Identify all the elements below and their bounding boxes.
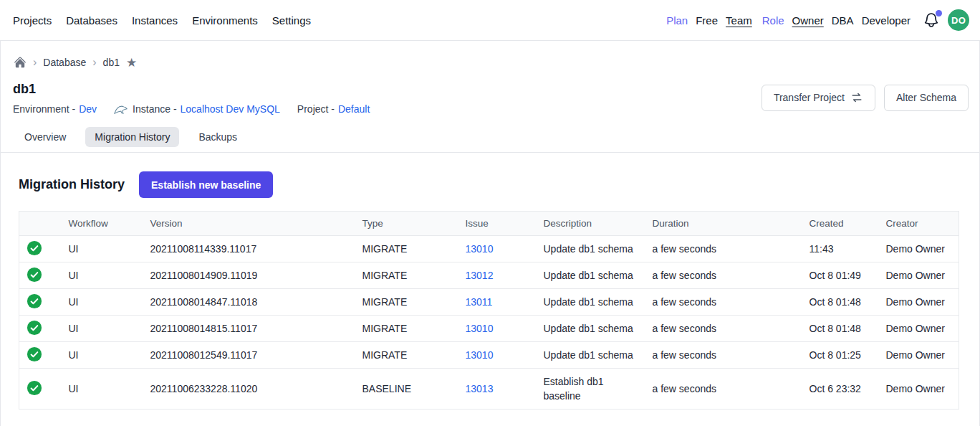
project-label: Project -	[297, 103, 335, 115]
chevron-right-icon: ›	[33, 57, 37, 68]
transfer-arrows-icon	[850, 92, 863, 103]
cell-workflow: UI	[63, 342, 145, 369]
cell-description: Update db1 schema	[538, 342, 647, 369]
notifications-button[interactable]	[923, 11, 940, 29]
environment-link[interactable]: Dev	[79, 103, 97, 115]
table-row[interactable]: UI 20211008114339.11017 MIGRATE 13010 Up…	[19, 236, 959, 262]
plan-team-option[interactable]: Team	[726, 14, 752, 27]
cell-workflow: UI	[63, 236, 145, 262]
top-nav-right: Plan Free Team Role Owner DBA Developer …	[666, 9, 969, 31]
cell-type: BASELINE	[357, 369, 460, 410]
issue-link[interactable]: 13010	[466, 349, 494, 361]
instance-group: Instance - Localhost Dev MySQL	[114, 103, 280, 115]
avatar[interactable]: DO	[948, 9, 969, 31]
cell-created: Oct 6 23:32	[804, 369, 880, 410]
table-row[interactable]: UI 20211008012549.11017 MIGRATE 13010 Up…	[19, 342, 959, 369]
establish-baseline-button[interactable]: Establish new baseline	[139, 171, 273, 198]
check-circle-icon	[27, 346, 42, 362]
issue-link[interactable]: 13013	[466, 383, 494, 394]
table-row[interactable]: UI 20211008014847.11018 MIGRATE 13011 Up…	[19, 289, 959, 316]
check-circle-icon	[27, 380, 42, 396]
table-header: Workflow Version Type Issue Description …	[19, 212, 959, 236]
cell-duration: a few seconds	[647, 262, 804, 289]
cell-creator: Demo Owner	[880, 236, 959, 262]
cell-creator: Demo Owner	[880, 316, 959, 342]
migration-table-body: UI 20211008114339.11017 MIGRATE 13010 Up…	[19, 236, 959, 410]
col-workflow: Workflow	[63, 212, 145, 236]
home-icon[interactable]	[14, 56, 27, 69]
tab-bar: Overview Migration History Backups	[1, 115, 979, 153]
section-head: Migration History Establish new baseline	[19, 171, 959, 198]
check-circle-icon	[27, 267, 42, 283]
cell-type: MIGRATE	[357, 236, 460, 262]
breadcrumb-item-db1[interactable]: db1	[103, 57, 120, 68]
issue-link[interactable]: 13010	[466, 323, 494, 334]
nav-item-projects[interactable]: Projects	[13, 14, 52, 27]
check-circle-icon	[27, 320, 42, 336]
instance-link[interactable]: Localhost Dev MySQL	[181, 103, 280, 115]
cell-duration: a few seconds	[647, 369, 804, 410]
database-meta: Environment - Dev Instance - Localhost D…	[13, 103, 370, 115]
cell-created: Oct 8 01:49	[804, 262, 880, 289]
cell-created: Oct 8 01:48	[804, 316, 880, 342]
plan-free-option[interactable]: Free	[696, 14, 718, 27]
issue-link[interactable]: 13012	[466, 270, 494, 281]
nav-item-databases[interactable]: Databases	[66, 14, 117, 27]
cell-creator: Demo Owner	[880, 369, 959, 410]
cell-duration: a few seconds	[647, 316, 804, 342]
breadcrumb: › Database › db1 ★	[1, 41, 979, 69]
issue-link[interactable]: 13010	[466, 243, 494, 255]
cell-workflow: UI	[63, 316, 145, 342]
page: › Database › db1 ★ db1 Environment - Dev	[0, 41, 980, 426]
transfer-button-label: Transfer Project	[774, 92, 845, 103]
role-developer-option[interactable]: Developer	[862, 14, 911, 27]
cell-duration: a few seconds	[647, 236, 804, 262]
cell-creator: Demo Owner	[880, 262, 959, 289]
cell-creator: Demo Owner	[880, 289, 959, 316]
section-title: Migration History	[19, 177, 125, 192]
cell-workflow: UI	[63, 289, 145, 316]
favorite-star-icon[interactable]: ★	[126, 57, 137, 69]
role-owner-option[interactable]: Owner	[792, 14, 824, 27]
cell-version: 20211006233228.11020	[145, 369, 357, 410]
cell-duration: a few seconds	[647, 289, 804, 316]
col-creator: Creator	[880, 212, 959, 236]
mysql-dolphin-icon	[114, 104, 128, 115]
cell-version: 20211008014847.11018	[145, 289, 357, 316]
cell-created: Oct 8 01:48	[804, 289, 880, 316]
cell-version: 20211008114339.11017	[145, 236, 357, 262]
table-row[interactable]: UI 20211006233228.11020 BASELINE 13013 E…	[19, 369, 959, 410]
bell-icon	[923, 19, 940, 31]
environment-group: Environment - Dev	[13, 103, 97, 115]
table-row[interactable]: UI 20211008014815.11017 MIGRATE 13010 Up…	[19, 316, 959, 342]
notification-dot	[936, 10, 942, 16]
cell-type: MIGRATE	[357, 342, 460, 369]
cell-description: Establish db1 baseline	[538, 369, 647, 410]
col-issue: Issue	[460, 212, 538, 236]
col-created: Created	[804, 212, 880, 236]
project-link[interactable]: Default	[338, 103, 370, 115]
project-group: Project - Default	[297, 103, 370, 115]
table-row[interactable]: UI 20211008014909.11019 MIGRATE 13012 Up…	[19, 262, 959, 289]
role-dba-option[interactable]: DBA	[832, 14, 854, 27]
environment-label: Environment -	[13, 103, 75, 115]
cell-description: Update db1 schema	[538, 262, 647, 289]
alter-schema-button[interactable]: Alter Schema	[884, 85, 969, 111]
cell-duration: a few seconds	[647, 342, 804, 369]
nav-item-environments[interactable]: Environments	[192, 14, 258, 27]
breadcrumb-item-database[interactable]: Database	[43, 57, 86, 68]
col-duration: Duration	[647, 212, 804, 236]
tab-backups[interactable]: Backups	[189, 127, 246, 147]
cell-version: 20211008014815.11017	[145, 316, 357, 342]
role-label: Role	[762, 14, 784, 27]
page-header-actions: Transfer Project Alter Schema	[762, 85, 969, 111]
issue-link[interactable]: 13011	[466, 296, 493, 308]
nav-item-settings[interactable]: Settings	[272, 14, 311, 27]
transfer-project-button[interactable]: Transfer Project	[762, 85, 875, 111]
cell-created: Oct 8 01:25	[804, 342, 880, 369]
check-circle-icon	[27, 240, 42, 256]
plan-label: Plan	[666, 14, 688, 27]
tab-migration-history[interactable]: Migration History	[85, 127, 179, 147]
nav-item-instances[interactable]: Instances	[132, 14, 178, 27]
tab-overview[interactable]: Overview	[15, 127, 75, 147]
